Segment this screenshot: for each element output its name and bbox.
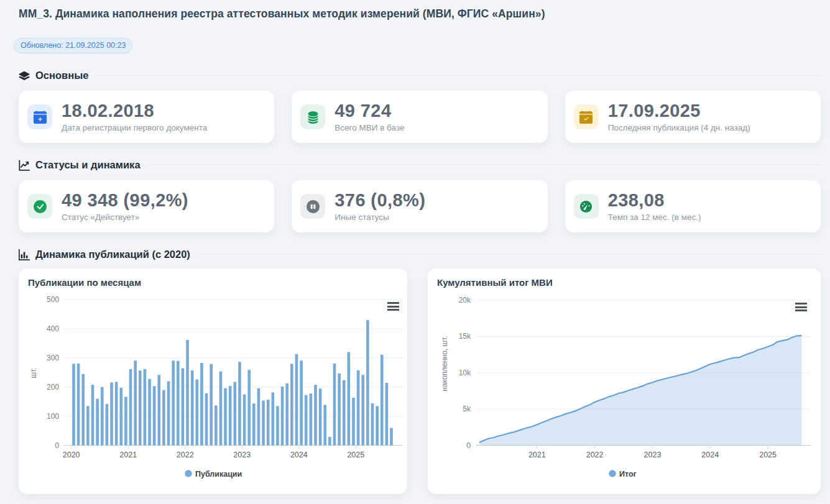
svg-text:2024: 2024 <box>290 451 308 459</box>
bars <box>72 320 393 446</box>
legend: Публикации <box>185 470 242 479</box>
section-title-main: Основные <box>35 70 88 81</box>
check-circle-icon <box>27 194 52 219</box>
stat-label: Темп за 12 мес. (в мес.) <box>608 213 701 222</box>
status-cards-row: 49 348 (99,2%) Статус «Действует» 376 (0… <box>19 180 821 232</box>
graph-up-icon <box>19 160 30 171</box>
stat-label: Статус «Действует» <box>62 213 188 222</box>
section-dynamics: Динамика публикаций (с 2020) <box>19 249 821 260</box>
svg-text:100: 100 <box>47 412 59 421</box>
card-pace: 238,08 Темп за 12 мес. (в мес.) <box>565 180 821 232</box>
section-divider <box>96 75 821 76</box>
svg-text:0: 0 <box>55 441 59 450</box>
stat-value: 49 724 <box>334 102 404 120</box>
section-title-dynamics: Динамика публикаций (с 2020) <box>35 249 190 260</box>
svg-text:10k: 10k <box>459 369 471 377</box>
main-cards-row: 18.02.2018 Дата регистрации первого доку… <box>19 91 821 143</box>
card-status-active: 49 348 (99,2%) Статус «Действует» <box>19 180 274 232</box>
svg-text:2023: 2023 <box>233 451 251 459</box>
svg-text:5k: 5k <box>463 405 471 413</box>
section-statuses: Статусы и динамика <box>19 159 821 171</box>
section-divider <box>198 254 821 255</box>
svg-text:500: 500 <box>47 295 59 304</box>
cumulative-chart-card: 05k10k15k20kнакопленно, шт.2021202220232… <box>428 268 821 494</box>
svg-text:2022: 2022 <box>586 451 604 459</box>
cumulative-area-chart: 05k10k15k20kнакопленно, шт.2021202220232… <box>428 268 821 494</box>
updated-badge: Обновлено: 21.09.2025 00:23 <box>14 38 132 53</box>
card-total-mvi: 49 724 Всего МВИ в базе <box>292 91 547 143</box>
card-first-doc-date: 18.02.2018 Дата регистрации первого доку… <box>19 91 274 143</box>
svg-text:2025: 2025 <box>759 451 777 459</box>
stat-label: Последняя публикация (4 дн. назад) <box>608 123 750 132</box>
chart-menu-icon[interactable] <box>387 302 399 311</box>
stat-value: 376 (0,8%) <box>334 191 425 209</box>
svg-text:накопленно, шт.: накопленно, шт. <box>440 336 449 391</box>
stat-label: Дата регистрации первого документа <box>62 123 207 132</box>
charts-row: 0100200300400500шт.202020212022202320242… <box>19 268 821 494</box>
stat-label: Иные статусы <box>334 213 425 222</box>
svg-text:300: 300 <box>47 354 59 362</box>
publications-chart-card: 0100200300400500шт.202020212022202320242… <box>19 268 407 494</box>
svg-text:2020: 2020 <box>63 451 80 459</box>
svg-text:2021: 2021 <box>528 451 546 459</box>
svg-text:2024: 2024 <box>701 451 719 459</box>
card-last-publication: 17.09.2025 Последняя публикация (4 дн. н… <box>565 91 821 143</box>
x-axis: 20212022202320242025 <box>528 446 777 459</box>
speedometer-icon <box>574 194 599 219</box>
section-main: Основные <box>19 70 821 81</box>
layers-icon <box>19 70 30 81</box>
stat-value: 18.02.2018 <box>62 102 207 120</box>
legend: Итог <box>609 470 636 479</box>
calendar-plus-icon <box>27 104 52 129</box>
svg-text:Публикации: Публикации <box>195 470 242 479</box>
calendar-check-icon <box>574 104 599 129</box>
stat-value: 238,08 <box>608 191 701 209</box>
x-axis: 202020212022202320242025 <box>63 446 364 459</box>
page-title: ММ_3. Динамика наполнения реестра аттест… <box>19 7 821 21</box>
svg-text:Итог: Итог <box>619 470 637 479</box>
pause-circle-icon <box>300 194 325 219</box>
svg-text:2021: 2021 <box>119 451 137 459</box>
stat-value: 17.09.2025 <box>608 102 750 120</box>
svg-text:200: 200 <box>47 383 59 392</box>
stat-value: 49 348 (99,2%) <box>62 191 188 209</box>
chart-title: Кумулятивный итог МВИ <box>437 277 553 288</box>
dashboard: ММ_3. Динамика наполнения реестра аттест… <box>0 0 830 494</box>
card-status-other: 376 (0,8%) Иные статусы <box>292 180 547 232</box>
svg-text:400: 400 <box>47 324 59 333</box>
chart-title: Публикации по месяцам <box>28 277 141 288</box>
publications-bar-chart: 0100200300400500шт.202020212022202320242… <box>19 268 407 494</box>
section-title-statuses: Статусы и динамика <box>35 159 141 171</box>
svg-text:2023: 2023 <box>644 451 662 459</box>
svg-text:2025: 2025 <box>347 451 364 459</box>
chart-menu-icon[interactable] <box>795 303 807 311</box>
svg-text:20k: 20k <box>459 296 471 305</box>
svg-text:0: 0 <box>466 441 471 450</box>
svg-text:15k: 15k <box>459 332 471 341</box>
database-icon <box>300 104 325 129</box>
bar-chart-icon <box>19 249 30 260</box>
svg-text:2022: 2022 <box>177 451 194 459</box>
stat-label: Всего МВИ в базе <box>334 123 404 132</box>
svg-text:шт.: шт. <box>29 367 38 378</box>
section-divider <box>148 165 821 165</box>
